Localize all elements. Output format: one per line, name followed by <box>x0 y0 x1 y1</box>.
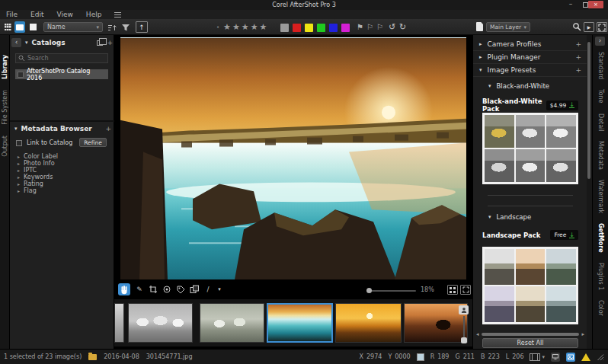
star-icon[interactable]: ★ <box>232 22 240 32</box>
dock-panel-icon[interactable]: + <box>575 40 581 48</box>
preset-thumb[interactable] <box>516 115 546 148</box>
color-label-magenta[interactable] <box>341 24 350 32</box>
redeye-tool-button[interactable] <box>161 283 173 295</box>
thumbnail-horses-bw-1[interactable] <box>128 303 193 343</box>
tree-item-photo-info[interactable]: ▸ Photo Info <box>18 160 55 167</box>
expander-open-icon[interactable]: ▾ <box>14 126 18 132</box>
color-label-green[interactable] <box>317 24 325 32</box>
preset-thumb[interactable] <box>546 149 576 182</box>
link-to-catalog-checkbox[interactable] <box>16 140 22 146</box>
crop-tool-button[interactable] <box>147 283 159 295</box>
refine-button[interactable]: Refine <box>79 138 107 147</box>
sort-field-dropdown[interactable]: Name ▾ <box>43 22 103 32</box>
main-photo-waterfall-sunset[interactable] <box>120 37 466 279</box>
more-tools-button[interactable]: ▾ <box>213 283 226 295</box>
zoom-slider-handle[interactable] <box>366 288 372 293</box>
tree-item-rating[interactable]: ▸ Rating <box>18 180 43 187</box>
menu-edit[interactable]: Edit <box>30 11 43 18</box>
tab-output[interactable]: Output <box>2 136 8 157</box>
scrollbar-thumb[interactable] <box>587 42 590 179</box>
draw-tool-button[interactable]: ✎ <box>133 283 146 295</box>
preset-thumb[interactable] <box>546 249 576 285</box>
flag-reject-icon[interactable]: ⚐ <box>376 23 383 31</box>
dock-panel-icon[interactable]: + <box>107 39 113 46</box>
preset-thumb[interactable] <box>485 115 514 148</box>
thumbnail-partial[interactable] <box>114 303 124 343</box>
layer-dropdown[interactable]: Main Layer ▾ <box>486 22 530 32</box>
tab-detail[interactable]: Detail <box>597 113 604 132</box>
heal-tool-button[interactable] <box>174 283 187 295</box>
clear-rating-dot[interactable]: • <box>216 24 219 30</box>
preset-thumb[interactable] <box>546 286 576 322</box>
menu-file[interactable]: File <box>6 11 18 18</box>
expander-open-icon[interactable]: ▾ <box>479 67 482 73</box>
tab-standard[interactable]: Standard <box>597 52 604 79</box>
pan-tool-button[interactable] <box>118 283 130 295</box>
dock-panel-icon[interactable]: + <box>105 125 111 133</box>
bw-pack-buy-button[interactable]: $4.99 ↓ <box>546 101 578 110</box>
menu-help[interactable]: Help <box>86 11 102 18</box>
close-button[interactable]: × <box>588 1 603 8</box>
thumbnail-view-button[interactable] <box>14 21 25 33</box>
sort-order-icon[interactable] <box>107 23 117 34</box>
fit-to-screen-button[interactable] <box>460 285 471 295</box>
expander-closed-icon[interactable]: ▸ <box>479 54 482 60</box>
expander-closed-icon[interactable]: ▸ <box>18 174 20 180</box>
color-label-gray[interactable] <box>280 24 289 32</box>
slideshow-button[interactable]: ▶ <box>584 22 594 32</box>
expander-closed-icon[interactable]: ▸ <box>18 161 20 166</box>
presets-horizontal-scrollbar[interactable]: ◂ ▸ <box>476 330 584 337</box>
thumbnail-horses-sunset[interactable] <box>335 303 402 343</box>
maximize-button[interactable] <box>583 2 588 8</box>
thumbnail-waterfall-selected[interactable] <box>267 303 333 343</box>
scrollbar-thumb[interactable] <box>461 337 467 343</box>
tree-item-iptc[interactable]: ▸ IPTC <box>18 167 37 174</box>
section-plugin-manager[interactable]: ▸ Plugin Manager + <box>473 51 587 64</box>
redo-icon[interactable]: ↻ <box>399 22 406 32</box>
tab-file-system[interactable]: File System <box>2 90 8 125</box>
resize-grip-icon[interactable] <box>597 353 604 361</box>
single-view-button[interactable] <box>27 21 38 33</box>
image-settings-icon[interactable] <box>566 353 575 362</box>
catalog-item-selected[interactable]: AfterShotPro Catalog 2016 <box>15 69 108 79</box>
actual-size-button[interactable] <box>447 285 458 295</box>
star-icon[interactable]: ★ <box>223 22 231 32</box>
expander-closed-icon[interactable]: ▸ <box>479 41 482 47</box>
scroll-left-icon[interactable]: ◂ <box>476 331 479 337</box>
line-tool-button[interactable]: / <box>202 283 214 295</box>
expander-closed-icon[interactable]: ▸ <box>18 154 20 159</box>
reset-all-button[interactable]: Reset All <box>482 338 578 348</box>
layers-tool-button[interactable] <box>188 283 200 295</box>
color-label-yellow[interactable] <box>305 24 313 32</box>
dock-panel-icon[interactable]: + <box>575 66 581 74</box>
preset-thumb[interactable] <box>516 286 546 322</box>
panel-splitter[interactable] <box>10 120 114 122</box>
expander-open-icon[interactable]: ▾ <box>25 40 28 46</box>
landscape-pack-buy-button[interactable]: Free ↓ <box>550 230 578 240</box>
tree-item-color-label[interactable]: ▸ Color Label <box>18 153 58 160</box>
star-icon[interactable]: ★ <box>242 22 249 32</box>
scrollbar-track[interactable] <box>463 316 465 339</box>
search-icon[interactable] <box>572 22 582 34</box>
tab-getmore[interactable]: GetMore <box>597 223 604 253</box>
filmstrip-toggle-button[interactable]: ▾ <box>530 353 545 361</box>
preset-thumb[interactable] <box>485 249 514 285</box>
scrollbar-track[interactable] <box>482 333 580 336</box>
expander-closed-icon[interactable]: ▸ <box>18 168 20 173</box>
color-label-blue[interactable] <box>329 24 338 32</box>
preset-thumb[interactable] <box>516 149 546 182</box>
expander-closed-icon[interactable]: ▸ <box>18 181 20 187</box>
preset-thumb[interactable] <box>516 249 546 285</box>
thumbnail-horses-bw-2[interactable] <box>200 303 264 343</box>
star-icon[interactable]: ★ <box>251 22 258 32</box>
star-icon[interactable]: ★ <box>260 22 267 32</box>
tab-color[interactable]: Color <box>597 300 604 316</box>
scroll-right-icon[interactable]: ▸ <box>581 331 584 337</box>
preset-thumb[interactable] <box>546 115 576 148</box>
menu-overflow-icon[interactable] <box>114 12 121 18</box>
zoom-slider[interactable] <box>369 290 416 292</box>
dock-panel-icon[interactable]: + <box>575 53 581 61</box>
expander-closed-icon[interactable]: ▸ <box>18 188 20 193</box>
flag-unflag-icon[interactable]: ⚐ <box>366 23 373 31</box>
grid-view-button[interactable] <box>2 21 13 33</box>
